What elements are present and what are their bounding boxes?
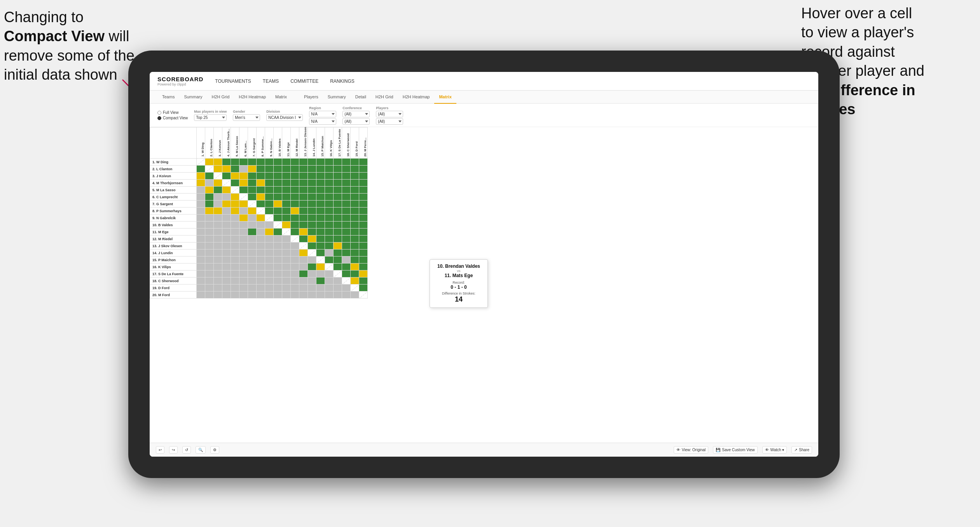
redo-button[interactable]: ↪: [169, 446, 178, 454]
cell-4-15[interactable]: [316, 180, 325, 187]
cell-19-3[interactable]: [214, 284, 222, 291]
zoom-button[interactable]: 🔍: [196, 446, 206, 454]
cell-19-18[interactable]: [342, 284, 351, 291]
cell-13-6[interactable]: [239, 243, 248, 250]
cell-18-13[interactable]: [299, 277, 308, 284]
cell-7-6[interactable]: [239, 201, 248, 208]
cell-17-16[interactable]: [325, 270, 334, 277]
cell-16-9[interactable]: [265, 264, 274, 270]
cell-13-13[interactable]: [299, 243, 308, 250]
cell-20-1[interactable]: [197, 291, 205, 298]
cell-3-17[interactable]: [334, 173, 342, 180]
cell-17-15[interactable]: [316, 270, 325, 277]
cell-2-7[interactable]: [248, 166, 257, 173]
cell-4-14[interactable]: [308, 180, 316, 187]
cell-8-16[interactable]: [325, 208, 334, 215]
cell-15-9[interactable]: [265, 257, 274, 264]
cell-20-14[interactable]: [308, 291, 316, 298]
cell-2-13[interactable]: [299, 166, 308, 173]
cell-19-16[interactable]: [325, 284, 334, 291]
cell-7-17[interactable]: [334, 201, 342, 208]
cell-8-5[interactable]: [231, 208, 239, 215]
cell-9-14[interactable]: [308, 215, 316, 222]
cell-17-20[interactable]: [359, 270, 368, 277]
cell-5-13[interactable]: [299, 187, 308, 194]
cell-4-18[interactable]: [342, 180, 351, 187]
refresh-button[interactable]: ↺: [182, 446, 191, 454]
cell-15-16[interactable]: [325, 257, 334, 264]
cell-12-2[interactable]: [205, 236, 214, 243]
cell-6-4[interactable]: [222, 194, 231, 201]
cell-6-17[interactable]: [334, 194, 342, 201]
cell-9-12[interactable]: [291, 215, 299, 222]
cell-17-13[interactable]: [299, 270, 308, 277]
cell-13-20[interactable]: [359, 243, 368, 250]
cell-11-4[interactable]: [222, 229, 231, 236]
cell-13-16[interactable]: [325, 243, 334, 250]
cell-8-14[interactable]: [308, 208, 316, 215]
cell-14-3[interactable]: [214, 250, 222, 257]
cell-4-9[interactable]: [265, 180, 274, 187]
cell-10-8[interactable]: [257, 222, 265, 229]
sub-tab-detail[interactable]: Detail: [351, 91, 371, 104]
cell-10-4[interactable]: [222, 222, 231, 229]
nav-teams[interactable]: TEAMS: [263, 77, 279, 86]
cell-13-17[interactable]: [334, 243, 342, 250]
cell-2-20[interactable]: [359, 166, 368, 173]
cell-20-11[interactable]: [282, 291, 291, 298]
compact-view-option[interactable]: Compact View: [157, 116, 188, 120]
cell-10-20[interactable]: [359, 222, 368, 229]
cell-19-8[interactable]: [257, 284, 265, 291]
cell-15-13[interactable]: [299, 257, 308, 264]
cell-3-19[interactable]: [351, 173, 359, 180]
cell-18-6[interactable]: [239, 277, 248, 284]
cell-19-13[interactable]: [299, 284, 308, 291]
cell-3-1[interactable]: [197, 173, 205, 180]
cell-17-18[interactable]: [342, 270, 351, 277]
cell-17-7[interactable]: [248, 270, 257, 277]
players-select1[interactable]: (All): [376, 111, 403, 117]
cell-10-3[interactable]: [214, 222, 222, 229]
cell-2-16[interactable]: [325, 166, 334, 173]
cell-12-18[interactable]: [342, 236, 351, 243]
cell-3-5[interactable]: [231, 173, 239, 180]
cell-17-6[interactable]: [239, 270, 248, 277]
cell-13-2[interactable]: [205, 243, 214, 250]
cell-14-1[interactable]: [197, 250, 205, 257]
cell-4-10[interactable]: [274, 180, 282, 187]
cell-6-16[interactable]: [325, 194, 334, 201]
cell-6-1[interactable]: [197, 194, 205, 201]
max-players-select[interactable]: Top 25: [194, 114, 227, 121]
cell-4-8[interactable]: [257, 180, 265, 187]
gender-select[interactable]: Men's: [233, 114, 260, 121]
cell-3-18[interactable]: [342, 173, 351, 180]
cell-1-12[interactable]: [291, 159, 299, 166]
cell-16-11[interactable]: [282, 264, 291, 270]
cell-2-14[interactable]: [308, 166, 316, 173]
cell-13-11[interactable]: [282, 243, 291, 250]
cell-1-3[interactable]: [214, 159, 222, 166]
cell-1-2[interactable]: [205, 159, 214, 166]
cell-3-2[interactable]: [205, 173, 214, 180]
cell-7-8[interactable]: [257, 201, 265, 208]
cell-1-4[interactable]: [222, 159, 231, 166]
cell-15-2[interactable]: [205, 257, 214, 264]
cell-9-19[interactable]: [351, 215, 359, 222]
cell-6-8[interactable]: [257, 194, 265, 201]
cell-4-7[interactable]: [248, 180, 257, 187]
cell-8-11[interactable]: [282, 208, 291, 215]
cell-12-16[interactable]: [325, 236, 334, 243]
cell-8-6[interactable]: [239, 208, 248, 215]
cell-20-3[interactable]: [214, 291, 222, 298]
cell-17-19[interactable]: [351, 270, 359, 277]
sub-tab-teams[interactable]: Teams: [157, 91, 179, 104]
cell-16-17[interactable]: [334, 264, 342, 270]
cell-14-15[interactable]: [316, 250, 325, 257]
cell-12-15[interactable]: [316, 236, 325, 243]
cell-13-15[interactable]: [316, 243, 325, 250]
sub-tab-h2hheatmap2[interactable]: H2H Heatmap: [398, 91, 435, 104]
cell-15-14[interactable]: [308, 257, 316, 264]
cell-20-13[interactable]: [299, 291, 308, 298]
cell-14-11[interactable]: [282, 250, 291, 257]
cell-16-2[interactable]: [205, 264, 214, 270]
